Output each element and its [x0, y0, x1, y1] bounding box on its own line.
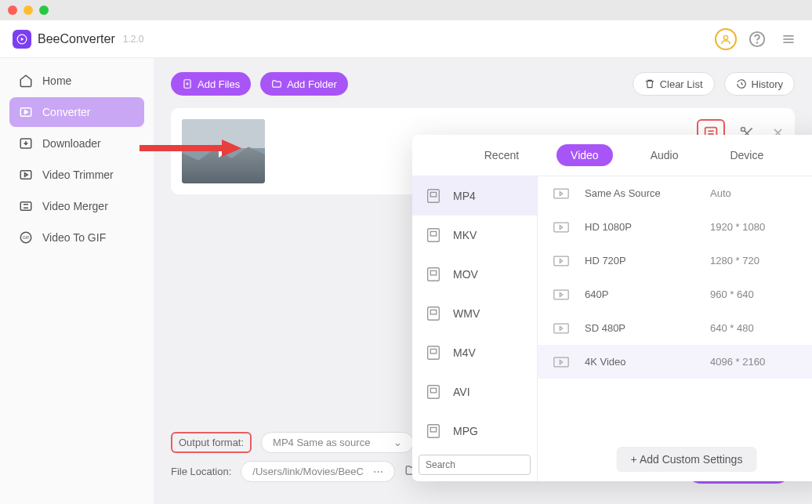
resolution-list[interactable]: Same As Source Auto HD 1080P 1920 * 1080…: [538, 176, 812, 481]
minimize-window-button[interactable]: [24, 5, 33, 15]
format-item-mpg[interactable]: MPG: [412, 412, 537, 451]
sidebar-item-downloader[interactable]: Downloader: [9, 129, 144, 158]
resolution-icon: [553, 222, 569, 233]
file-plus-icon: [182, 78, 193, 89]
svg-rect-45: [554, 256, 568, 266]
format-tabs: Recent Video Audio Device: [412, 135, 812, 176]
svg-rect-40: [430, 427, 436, 432]
video-thumbnail[interactable]: [182, 119, 265, 183]
file-icon: [425, 227, 442, 244]
format-label: MOV: [453, 268, 478, 281]
sidebar-item-label: Home: [42, 74, 71, 87]
svg-rect-39: [428, 425, 440, 438]
format-item-mp4[interactable]: MP4: [412, 176, 537, 216]
file-icon: [425, 187, 442, 205]
resolution-item-640p[interactable]: 640P 960 * 640: [538, 277, 812, 311]
app-name: BeeConverter: [38, 32, 115, 46]
history-button[interactable]: History: [724, 72, 795, 96]
svg-marker-9: [25, 111, 28, 114]
svg-point-4: [757, 42, 758, 43]
file-icon: [425, 266, 442, 283]
format-label: M4V: [453, 346, 476, 359]
add-custom-settings-button[interactable]: + Add Custom Settings: [617, 447, 757, 472]
tab-device[interactable]: Device: [716, 144, 778, 166]
tab-audio[interactable]: Audio: [636, 144, 693, 166]
add-files-label: Add Files: [198, 78, 240, 90]
svg-marker-44: [560, 225, 562, 229]
user-account-icon[interactable]: [715, 28, 737, 50]
format-item-wmv[interactable]: WMV: [412, 294, 537, 333]
app-header: BeeConverter 1.2.0: [0, 20, 812, 58]
resolution-name: Same As Source: [585, 187, 694, 199]
resolution-icon: [553, 357, 569, 368]
format-item-mov[interactable]: MOV: [412, 255, 537, 294]
resolution-icon: [553, 323, 569, 334]
resolution-name: 640P: [585, 288, 694, 300]
trimmer-icon: [19, 168, 33, 182]
file-location-field[interactable]: /Users/link/Movies/BeeC ⋯: [241, 461, 395, 482]
sidebar-item-gif[interactable]: GIF Video To GIF: [9, 223, 144, 252]
sidebar: Home Converter Downloader Video Trimmer …: [0, 58, 154, 504]
add-folder-button[interactable]: Add Folder: [260, 72, 348, 96]
format-list[interactable]: MP4 MKV MOV WMV: [412, 176, 538, 481]
svg-marker-46: [560, 259, 562, 263]
resolution-item-1080p[interactable]: HD 1080P 1920 * 1080: [538, 210, 812, 244]
resolution-name: 4K Video: [585, 356, 694, 368]
resolution-dim: 1920 * 1080: [710, 221, 765, 233]
format-item-m4v[interactable]: M4V: [412, 333, 537, 372]
file-icon: [425, 305, 442, 322]
output-format-value: MP4 Same as source: [273, 437, 370, 448]
format-label: MPG: [453, 425, 478, 437]
resolution-item-480p[interactable]: SD 480P 640 * 480: [538, 311, 812, 345]
resolution-item-720p[interactable]: HD 720P 1280 * 720: [538, 244, 812, 277]
clear-list-button[interactable]: Clear List: [633, 72, 715, 96]
resolution-dim: 1280 * 720: [710, 255, 759, 267]
sidebar-item-label: Downloader: [42, 137, 101, 150]
search-input[interactable]: [419, 455, 531, 475]
close-window-button[interactable]: [8, 5, 17, 15]
format-item-avi[interactable]: AVI: [412, 372, 537, 412]
svg-text:GIF: GIF: [23, 235, 30, 240]
folder-plus-icon: [271, 78, 282, 89]
svg-marker-12: [25, 173, 28, 177]
format-label: MKV: [453, 229, 477, 241]
chevron-down-icon: ⌄: [393, 437, 402, 448]
titlebar: [0, 0, 812, 20]
format-item-mkv[interactable]: MKV: [412, 216, 537, 255]
clear-list-label: Clear List: [660, 78, 703, 90]
resolution-item-4k[interactable]: 4K Video 4096 * 2160: [538, 345, 812, 379]
svg-rect-35: [428, 346, 440, 360]
svg-rect-29: [428, 229, 440, 242]
svg-rect-28: [430, 192, 436, 197]
format-search: [419, 455, 531, 475]
format-label: AVI: [453, 386, 470, 398]
add-files-button[interactable]: Add Files: [171, 72, 251, 96]
svg-rect-34: [430, 310, 436, 314]
sidebar-item-merger[interactable]: Video Merger: [9, 191, 144, 221]
gif-icon: GIF: [19, 230, 33, 245]
file-icon: [425, 422, 442, 440]
tab-recent[interactable]: Recent: [470, 144, 533, 166]
merger-icon: [19, 199, 33, 213]
help-icon[interactable]: [746, 28, 768, 50]
resolution-item-source[interactable]: Same As Source Auto: [538, 176, 812, 210]
maximize-window-button[interactable]: [39, 5, 49, 15]
svg-marker-42: [560, 191, 562, 195]
sidebar-item-converter[interactable]: Converter: [9, 97, 144, 127]
menu-icon[interactable]: [778, 28, 799, 50]
more-icon: ⋯: [373, 466, 383, 477]
sidebar-item-home[interactable]: Home: [9, 66, 144, 96]
sidebar-item-label: Video Merger: [42, 200, 108, 212]
sidebar-item-label: Converter: [42, 106, 90, 118]
resolution-name: HD 1080P: [585, 221, 694, 233]
sidebar-item-trimmer[interactable]: Video Trimmer: [9, 160, 144, 190]
app-version: 1.2.0: [123, 34, 144, 45]
resolution-dim: Auto: [710, 187, 731, 199]
resolution-icon: [553, 256, 569, 267]
output-format-select[interactable]: MP4 Same as source ⌄: [261, 432, 414, 453]
tab-video[interactable]: Video: [556, 144, 613, 166]
resolution-name: SD 480P: [585, 322, 694, 334]
svg-rect-49: [554, 324, 568, 333]
file-icon: [425, 383, 442, 401]
svg-marker-50: [560, 326, 562, 330]
